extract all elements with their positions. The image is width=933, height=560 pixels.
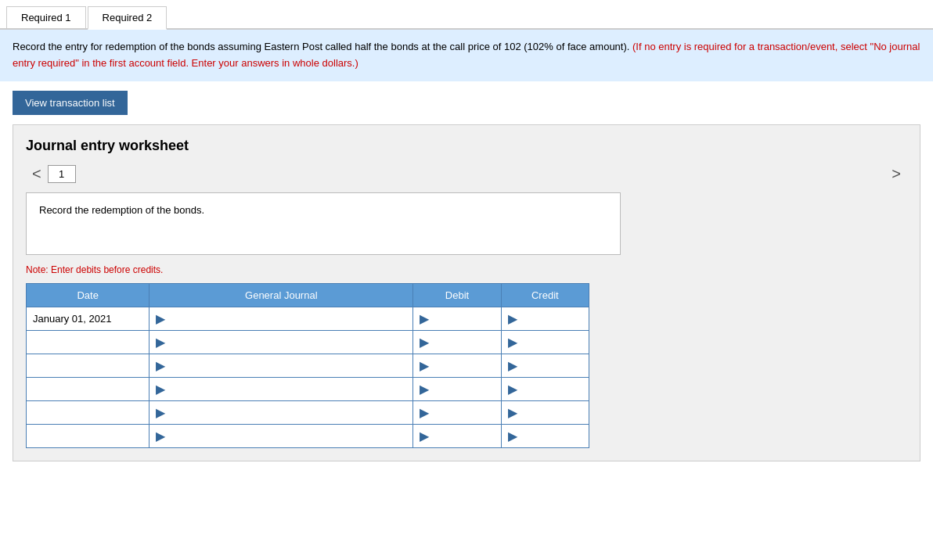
note-text: Note: Enter debits before credits. xyxy=(26,264,907,275)
cell-arrow-icon: ▶ xyxy=(156,358,165,373)
journal-cell[interactable]: ▶ xyxy=(149,330,413,354)
journal-input[interactable] xyxy=(168,336,406,348)
debit-cell[interactable]: ▶ xyxy=(413,400,501,424)
table-row: ▶▶▶ xyxy=(27,424,589,447)
credit-input[interactable] xyxy=(521,336,582,348)
cell-arrow-icon: ▶ xyxy=(420,358,429,373)
date-cell[interactable] xyxy=(27,354,149,377)
debit-input[interactable] xyxy=(432,430,494,442)
table-row: January 01, 2021▶▶▶ xyxy=(27,307,589,330)
cell-arrow-icon: ▶ xyxy=(508,335,517,350)
credit-input[interactable] xyxy=(521,313,582,325)
debit-input[interactable] xyxy=(432,407,494,418)
debit-cell[interactable]: ▶ xyxy=(413,377,501,400)
debit-cell[interactable]: ▶ xyxy=(413,330,501,354)
journal-cell[interactable]: ▶ xyxy=(149,400,413,424)
cell-arrow-icon: ▶ xyxy=(156,429,165,443)
debit-cell[interactable]: ▶ xyxy=(413,307,501,330)
cell-arrow-icon: ▶ xyxy=(156,335,165,350)
journal-cell[interactable]: ▶ xyxy=(149,377,413,400)
cell-arrow-icon: ▶ xyxy=(420,429,429,443)
debit-input[interactable] xyxy=(432,336,494,348)
cell-arrow-icon: ▶ xyxy=(508,382,517,397)
journal-cell[interactable]: ▶ xyxy=(149,424,413,447)
cell-arrow-icon: ▶ xyxy=(508,358,517,373)
col-header-debit: Debit xyxy=(413,283,501,307)
debit-input[interactable] xyxy=(432,360,494,372)
cell-arrow-icon: ▶ xyxy=(420,382,429,397)
cell-arrow-icon: ▶ xyxy=(156,311,165,326)
col-header-date: Date xyxy=(27,283,149,307)
debit-input[interactable] xyxy=(432,383,494,395)
cell-arrow-icon: ▶ xyxy=(508,405,517,420)
credit-input[interactable] xyxy=(521,360,582,372)
credit-input[interactable] xyxy=(521,383,582,395)
tab-required-1[interactable]: Required 1 xyxy=(6,6,86,28)
view-transaction-button[interactable]: View transaction list xyxy=(13,91,128,115)
journal-input[interactable] xyxy=(168,313,406,325)
instruction-box: Record the entry for redemption of the b… xyxy=(0,30,933,81)
worksheet-title: Journal entry worksheet xyxy=(26,138,907,154)
cell-arrow-icon: ▶ xyxy=(508,429,517,443)
credit-cell[interactable]: ▶ xyxy=(501,354,589,377)
description-box: Record the redemption of the bonds. xyxy=(26,192,621,255)
journal-cell[interactable]: ▶ xyxy=(149,354,413,377)
credit-input[interactable] xyxy=(521,407,582,418)
debit-cell[interactable]: ▶ xyxy=(413,424,501,447)
nav-left-arrow[interactable]: < xyxy=(26,165,48,183)
credit-cell[interactable]: ▶ xyxy=(501,330,589,354)
page-nav: < 1 > xyxy=(26,165,907,183)
date-cell[interactable]: January 01, 2021 xyxy=(27,307,149,330)
col-header-journal: General Journal xyxy=(149,283,413,307)
journal-input[interactable] xyxy=(168,407,406,418)
table-row: ▶▶▶ xyxy=(27,400,589,424)
worksheet-card: Journal entry worksheet < 1 > Record the… xyxy=(13,124,920,461)
page-number-box: 1 xyxy=(48,165,76,183)
cell-arrow-icon: ▶ xyxy=(156,405,165,420)
nav-right-arrow[interactable]: > xyxy=(885,165,907,183)
cell-arrow-icon: ▶ xyxy=(420,405,429,420)
credit-cell[interactable]: ▶ xyxy=(501,400,589,424)
date-cell[interactable] xyxy=(27,400,149,424)
col-header-credit: Credit xyxy=(501,283,589,307)
credit-input[interactable] xyxy=(521,430,582,442)
cell-arrow-icon: ▶ xyxy=(420,335,429,350)
table-row: ▶▶▶ xyxy=(27,354,589,377)
date-cell[interactable] xyxy=(27,424,149,447)
credit-cell[interactable]: ▶ xyxy=(501,307,589,330)
credit-cell[interactable]: ▶ xyxy=(501,377,589,400)
journal-cell[interactable]: ▶ xyxy=(149,307,413,330)
debit-input[interactable] xyxy=(432,313,494,325)
debit-cell[interactable]: ▶ xyxy=(413,354,501,377)
journal-table: Date General Journal Debit Credit Januar… xyxy=(26,283,589,448)
date-cell[interactable] xyxy=(27,377,149,400)
table-row: ▶▶▶ xyxy=(27,377,589,400)
tabs-bar: Required 1 Required 2 xyxy=(0,0,933,30)
journal-input[interactable] xyxy=(168,360,406,372)
credit-cell[interactable]: ▶ xyxy=(501,424,589,447)
cell-arrow-icon: ▶ xyxy=(508,311,517,326)
tab-required-2[interactable]: Required 2 xyxy=(88,6,168,30)
table-row: ▶▶▶ xyxy=(27,330,589,354)
cell-arrow-icon: ▶ xyxy=(420,311,429,326)
date-cell[interactable] xyxy=(27,330,149,354)
cell-arrow-icon: ▶ xyxy=(156,382,165,397)
journal-input[interactable] xyxy=(168,383,406,395)
journal-input[interactable] xyxy=(168,430,406,442)
instruction-black-text: Record the entry for redemption of the b… xyxy=(13,41,629,52)
